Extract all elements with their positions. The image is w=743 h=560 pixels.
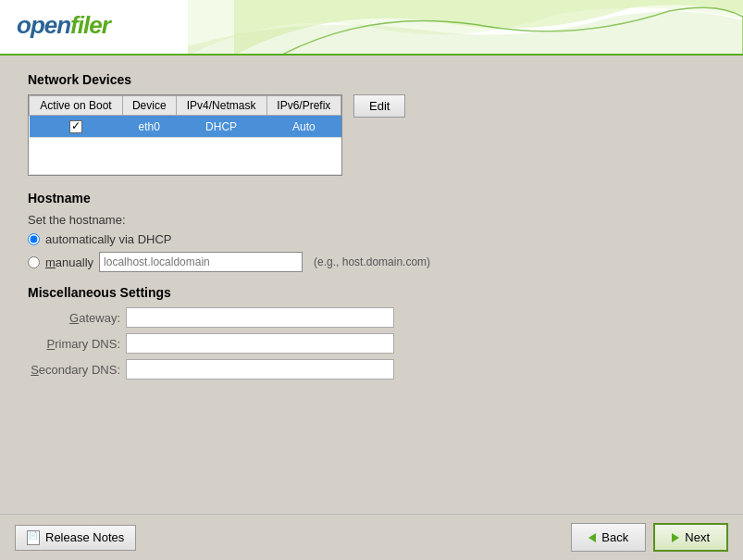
auto-dhcp-label: automatically via DHCP — [45, 232, 172, 246]
secondary-dns-input[interactable] — [126, 359, 394, 380]
auto-dhcp-radio[interactable] — [28, 233, 40, 245]
network-devices-container: Active on Boot Device IPv4/Netmask IPv6/… — [28, 94, 715, 176]
misc-fields: Gateway: Primary DNS: Secondary DNS: — [28, 307, 715, 380]
footer-nav: Back Next — [571, 523, 728, 552]
col-device: Device — [123, 96, 176, 116]
manual-label: manually — [45, 255, 93, 269]
hostname-section: Hostname Set the hostname: automatically… — [28, 191, 715, 272]
network-devices-title: Network Devices — [28, 72, 715, 87]
secondary-dns-row: Secondary DNS: — [28, 359, 715, 380]
edit-button[interactable]: Edit — [353, 94, 405, 118]
set-hostname-label: Set the hostname: — [28, 213, 715, 227]
header-wave — [188, 0, 743, 56]
primary-dns-row: Primary DNS: — [28, 333, 715, 354]
header: openfiler — [0, 0, 743, 56]
next-label: Next — [685, 530, 710, 544]
network-table-wrapper: Active on Boot Device IPv4/Netmask IPv6/… — [28, 94, 342, 176]
col-ipv4: IPv4/Netmask — [176, 96, 266, 116]
primary-dns-input[interactable] — [126, 333, 394, 354]
auto-dhcp-row: automatically via DHCP — [28, 232, 715, 246]
table-row[interactable]: eth0 DHCP Auto — [30, 116, 341, 138]
checkbox-icon — [69, 120, 82, 133]
device-cell: eth0 — [123, 116, 176, 138]
hostname-input[interactable] — [99, 252, 303, 272]
release-notes-label: Release Notes — [45, 530, 124, 544]
hostname-title: Hostname — [28, 191, 715, 205]
release-notes-button[interactable]: 📄 Release Notes — [15, 525, 136, 551]
back-button[interactable]: Back — [571, 523, 646, 552]
network-table: Active on Boot Device IPv4/Netmask IPv6/… — [29, 95, 341, 175]
doc-icon: 📄 — [27, 530, 40, 545]
radio-group: automatically via DHCP manually (e.g., h… — [28, 232, 715, 272]
col-ipv6: IPv6/Prefix — [266, 96, 341, 116]
gateway-input[interactable] — [126, 307, 394, 328]
next-arrow-icon — [672, 533, 679, 542]
next-button[interactable]: Next — [653, 523, 728, 552]
ipv4-cell: DHCP — [176, 116, 266, 138]
hostname-hint: (e.g., host.domain.com) — [314, 255, 430, 268]
manual-radio[interactable] — [28, 256, 40, 268]
col-active: Active on Boot — [30, 96, 123, 116]
gateway-row: Gateway: — [28, 307, 715, 328]
footer: 📄 Release Notes Back Next — [0, 514, 743, 560]
ipv6-cell: Auto — [266, 116, 341, 138]
manual-row: manually (e.g., host.domain.com) — [28, 252, 715, 272]
active-on-boot-cell — [30, 116, 123, 138]
main-content: Network Devices Active on Boot Device IP… — [0, 56, 743, 514]
misc-section: Miscellaneous Settings Gateway: Primary … — [28, 285, 715, 380]
table-row-empty — [30, 138, 341, 175]
gateway-label: Gateway: — [28, 311, 120, 325]
back-arrow-icon — [588, 533, 596, 542]
secondary-dns-label: Secondary DNS: — [28, 363, 120, 377]
primary-dns-label: Primary DNS: — [28, 337, 120, 351]
logo: openfiler — [17, 11, 110, 40]
back-label: Back — [601, 530, 628, 544]
misc-title: Miscellaneous Settings — [28, 285, 715, 300]
